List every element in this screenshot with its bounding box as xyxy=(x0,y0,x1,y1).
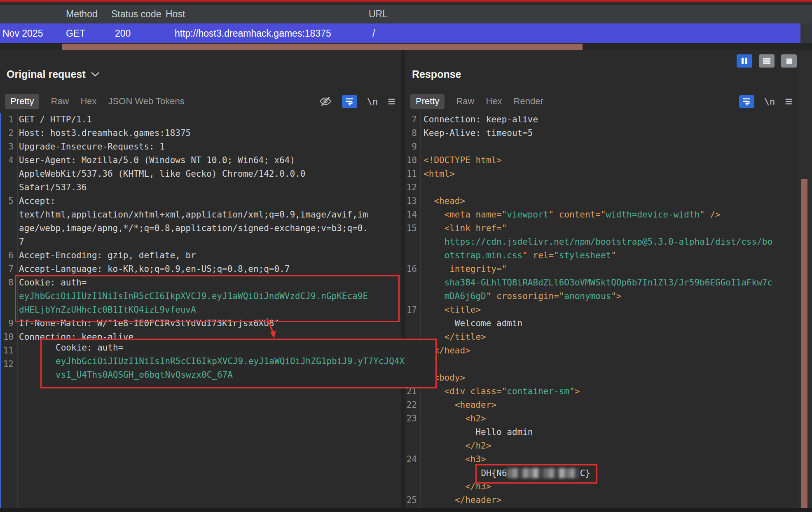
maximize-panel-button[interactable] xyxy=(781,54,797,68)
code-line: 12 xyxy=(405,181,798,194)
line-number: 11 xyxy=(1,344,14,358)
line-number xyxy=(405,249,417,262)
code-line: </h2> xyxy=(405,439,798,453)
editor-menu-icon[interactable]: ≡ xyxy=(785,97,793,105)
code-line: AppleWebKit/537.36 (KHTML, like Gecko) C… xyxy=(1,167,401,181)
line-number: 10 xyxy=(1,330,14,344)
code-line: 20 <body> xyxy=(405,371,798,385)
code-line: 2Host: host3.dreamhack.games:18375 xyxy=(1,126,401,140)
word-wrap-button[interactable] xyxy=(342,95,357,108)
pause-button[interactable] xyxy=(737,54,752,68)
tab-hex[interactable]: Hex xyxy=(486,96,502,107)
code-line: 9 xyxy=(405,140,798,154)
code-line: sha384-GLhlTQ8iRABdZLl6O3oVMWSktQOp6b7In… xyxy=(405,276,798,290)
admin-cookie-token-line: eyJhbGciOiJIUzI1NiIsInR5cCI6IkpXVCJ9.eyJ… xyxy=(56,355,435,368)
code-line: 16 integrity=" xyxy=(405,262,798,276)
line-number xyxy=(405,235,417,249)
split-rows-button[interactable] xyxy=(759,54,775,68)
line-number xyxy=(405,290,417,303)
code-line: DH{N6▒▓░▓▒█░▒▓░█▒▓░C} xyxy=(405,466,798,480)
line-number xyxy=(405,425,417,439)
code-line: </h3> xyxy=(405,480,798,493)
line-number: 7 xyxy=(1,262,14,276)
line-number: 17 xyxy=(405,303,417,317)
line-number: 16 xyxy=(405,262,417,276)
response-editor[interactable]: 7Connection: keep-alive8Keep-Alive: time… xyxy=(405,113,798,508)
line-number xyxy=(1,208,14,222)
history-row-selected[interactable]: Nov 2025 GET 200 http://host3.dreamhack.… xyxy=(0,23,800,43)
code-line: mDA6j6gD" crossorigin="anonymous"> xyxy=(405,290,798,303)
history-cell-host: http://host3.dreamhack.games:18375 xyxy=(175,23,331,43)
line-number: 14 xyxy=(405,208,417,222)
tab-raw[interactable]: Raw xyxy=(51,96,69,107)
response-panel-title-text: Response xyxy=(412,68,461,80)
response-scrollbar-thumb[interactable] xyxy=(801,179,807,508)
code-line: </title> xyxy=(405,330,798,344)
history-cell-url: / xyxy=(372,23,375,43)
tab-json-web-tokens[interactable]: JSON Web Tokens xyxy=(108,96,185,107)
code-line: 6Accept-Encoding: gzip, deflate, br xyxy=(1,249,401,262)
pause-icon xyxy=(742,58,744,64)
line-number: 2 xyxy=(1,126,14,140)
response-panel: Response Pretty Raw Hex Render \n ≡ 7Con… xyxy=(405,50,798,508)
column-header-url[interactable]: URL xyxy=(369,5,388,23)
line-number: 3 xyxy=(1,140,14,154)
request-panel-title-text: Original request xyxy=(7,68,86,80)
code-line: 3Upgrade-Insecure-Requests: 1 xyxy=(1,140,401,154)
code-line: age/webp,image/apng,*/*;q=0.8,applicatio… xyxy=(1,222,401,235)
table-horizontal-scrollbar[interactable] xyxy=(62,44,583,50)
line-number: 8 xyxy=(405,126,417,140)
square-icon xyxy=(786,58,792,64)
code-line: 22 <header> xyxy=(405,398,798,412)
flag-suffix: C} xyxy=(580,468,590,478)
line-number: 11 xyxy=(405,167,417,181)
panel-splitter[interactable] xyxy=(401,50,405,508)
line-number: 12 xyxy=(405,181,417,194)
column-header-method[interactable]: Method xyxy=(66,5,98,23)
column-header-host[interactable]: Host xyxy=(166,5,185,23)
code-line: 13 <head> xyxy=(405,194,798,208)
code-line: 19 xyxy=(405,358,798,371)
tab-pretty[interactable]: Pretty xyxy=(5,94,39,109)
show-newlines-toggle[interactable]: \n xyxy=(764,96,775,107)
layout-buttons xyxy=(737,54,797,68)
word-wrap-button[interactable] xyxy=(739,95,754,108)
history-table-header: Method Status code Host URL xyxy=(0,5,812,23)
tab-raw[interactable]: Raw xyxy=(456,96,474,107)
line-number: 4 xyxy=(1,154,14,167)
request-panel-title[interactable]: Original request xyxy=(7,68,100,80)
tab-pretty[interactable]: Pretty xyxy=(410,94,445,109)
code-line: 4User-Agent: Mozilla/5.0 (Windows NT 10.… xyxy=(1,154,401,167)
code-line: 25 </header> xyxy=(405,493,798,507)
line-number: 9 xyxy=(405,140,417,154)
tab-render[interactable]: Render xyxy=(514,96,543,107)
column-header-status-code[interactable]: Status code xyxy=(111,5,161,23)
line-number xyxy=(405,480,417,493)
code-line: Welcome admin xyxy=(405,317,798,330)
annotation-arrow xyxy=(262,317,282,341)
editor-menu-icon[interactable]: ≡ xyxy=(388,97,395,105)
show-newlines-toggle[interactable]: \n xyxy=(367,96,378,107)
tab-hex[interactable]: Hex xyxy=(80,96,96,107)
response-editor-tools: \n ≡ xyxy=(739,93,793,110)
line-number: 12 xyxy=(1,358,14,371)
line-number-divider xyxy=(420,113,421,508)
code-line: 15 <link href=" xyxy=(405,222,798,235)
line-number: 7 xyxy=(405,113,417,126)
eye-slash-icon[interactable] xyxy=(319,96,332,107)
line-number: 22 xyxy=(405,398,417,412)
code-line: 14 <meta name="viewport" content="width=… xyxy=(405,208,798,222)
line-number: 10 xyxy=(405,154,417,167)
code-line: 17 <title> xyxy=(405,303,798,317)
line-number: 5 xyxy=(1,194,14,208)
flag-prefix: DH{N6 xyxy=(481,468,507,478)
chevron-down-icon xyxy=(91,72,100,77)
line-number xyxy=(405,439,417,453)
history-row-tail xyxy=(800,23,812,43)
flag-highlight-box: DH{N6▒▓░▓▒█░▒▓░█▒▓░C} xyxy=(475,464,597,484)
word-wrap-icon xyxy=(345,97,354,105)
line-number: 8 xyxy=(1,276,14,290)
code-line: 23 <h2> xyxy=(405,412,798,425)
line-number: 15 xyxy=(405,222,417,235)
annotation-guest-cookie-box xyxy=(15,275,400,322)
